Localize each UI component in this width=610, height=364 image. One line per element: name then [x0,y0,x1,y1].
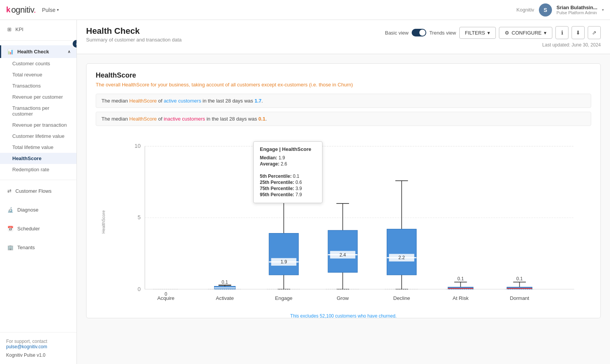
sidebar-item-customer-flows[interactable]: ⇄ Customer Flows [0,185,76,197]
divider-2 [0,180,76,180]
content-area: HealthScore The overall HealthScore for … [77,54,610,328]
sidebar-item-tenants[interactable]: 🏢 Tenants [0,241,76,254]
sidebar-kpi-label: KPI [15,26,23,32]
product-name[interactable]: Pulse ▾ [42,7,59,13]
inactive-customers-link[interactable]: inactive customers [164,116,205,122]
diagnose-section: 🔬 Diagnose [0,200,76,219]
inactive-hs-link[interactable]: HealthScore [129,116,157,122]
tenants-section: 🏢 Tenants [0,238,76,257]
flows-icon: ⇄ [7,188,12,194]
svg-text:2.4: 2.4 [339,252,346,258]
basic-view-label: Basic view [385,30,408,36]
scheduler-section: 📅 Scheduler [0,219,76,238]
scheduler-icon: 📅 [7,226,13,232]
support-prefix: For support, contact [6,339,47,344]
active-hs-value: 1.7 [254,98,261,104]
chart-y-label: HealthScore [101,210,106,234]
header-actions-row: Basic view Trends view FILTERS ▾ ⚙ CONFI… [385,26,601,39]
tenants-label: Tenants [17,245,35,250]
svg-text:Activate: Activate [216,295,234,301]
top-navigation: k ognitiv. Pulse ▾ Kognitiv S Srian Bula… [0,0,610,20]
page-header: Health Check Summary of customer and tra… [77,20,610,54]
active-customers-info: The median HealthScore of active custome… [96,94,591,108]
healthscore-description: The overall HealthScore for your busines… [96,82,591,88]
svg-text:0.1: 0.1 [516,276,523,281]
scheduler-label: Scheduler [17,226,40,232]
active-of: of [157,98,164,104]
avatar: S [539,3,552,17]
svg-text:5: 5 [138,214,141,220]
logo-area[interactable]: k ognitiv. Pulse ▾ [6,5,59,15]
health-check-icon: 📊 [7,49,13,55]
user-role: Pulse Platform Admin [557,10,597,15]
sidebar-item-transactions-per-customer[interactable]: Transactions per customer [0,103,76,119]
sidebar-item-total-revenue[interactable]: Total revenue [0,69,76,80]
inactive-of: of [157,116,164,122]
sidebar-item-customer-lifetime-value[interactable]: Customer lifetime value [0,131,76,142]
svg-text:2.2: 2.2 [399,255,405,260]
sidebar-item-health-check[interactable]: 📊 Health Check ∧ [0,45,76,58]
active-hs-link[interactable]: HealthScore [129,98,157,104]
inactive-customers-info: The median HealthScore of inactive custo… [96,112,591,126]
last-updated: Last updated: June 30, 2024 [542,42,601,48]
user-menu-chevron[interactable]: ▾ [602,8,604,12]
sidebar-item-total-lifetime-value[interactable]: Total lifetime value [0,142,76,153]
info-button[interactable]: ℹ [555,26,568,39]
chart-footer-note: This excludes 52,100 customers who have … [96,313,591,319]
page-subtitle: Summary of customer and transaction data [86,37,182,43]
sidebar-item-kpi[interactable]: ⊞ KPI [0,23,76,36]
sidebar-item-diagnose[interactable]: 🔬 Diagnose [0,204,76,216]
configure-chevron-icon: ▾ [544,30,547,36]
inactive-info-prefix: The median [101,116,129,122]
active-info-prefix: The median [101,98,129,104]
support-text: For support, contact pulse@kognitiv.com [6,339,70,349]
sidebar-item-revenue-per-customer[interactable]: Revenue per customer [0,91,76,103]
filters-button[interactable]: FILTERS ▾ [459,27,496,39]
page-title-section: Health Check Summary of customer and tra… [86,26,182,43]
sidebar-item-healthscore[interactable]: HealthScore [0,153,76,164]
sidebar-item-revenue-per-transaction[interactable]: Revenue per transaction [0,119,76,131]
svg-text:At Risk: At Risk [452,295,469,301]
sidebar-item-customer-counts[interactable]: Customer counts [0,58,76,69]
box-plot-chart: 0 5 10 Acquire 0 [111,134,591,310]
logo-text: ognitiv. [11,5,36,15]
chart-inner: 0 5 10 Acquire 0 [111,134,591,310]
page-title: Health Check [86,26,182,36]
customer-flows-section: ⇄ Customer Flows [0,182,76,200]
inactive-suffix: in the last 28 days was [205,116,259,122]
gear-icon: ⚙ [505,30,509,36]
download-button[interactable]: ⬇ [572,26,585,39]
diagnose-icon: 🔬 [7,207,13,213]
svg-rect-42 [387,229,417,275]
sidebar-item-scheduler[interactable]: 📅 Scheduler [0,222,76,235]
support-email[interactable]: pulse@kognitiv.com [6,344,47,349]
nav-right: Kognitiv S Srian Bulathsin... Pulse Plat… [517,3,604,17]
app-layout: ‹ ⊞ KPI 📊 Health Check ∧ Customer counts… [0,20,610,364]
sidebar-item-redemption-rate[interactable]: Redemption rate [0,164,76,175]
version-label: Kognitiv Pulse v1.0 [6,352,70,358]
grid-icon: ⊞ [7,26,12,32]
configure-button[interactable]: ⚙ CONFIGURE ▾ [499,27,552,39]
user-info: Srian Bulathsin... Pulse Platform Admin [557,5,597,15]
svg-text:Engage: Engage [275,295,293,301]
svg-text:1.9: 1.9 [281,259,287,265]
chart-wrapper: HealthScore 0 5 [96,134,591,310]
user-name: Srian Bulathsin... [557,5,597,10]
view-toggle-switch[interactable] [412,29,426,36]
header-right-col: Basic view Trends view FILTERS ▾ ⚙ CONFI… [385,26,601,48]
sidebar-kpi-section: ⊞ KPI [0,20,76,39]
svg-text:0: 0 [165,291,167,297]
active-suffix: in the last 28 days was [201,98,254,104]
active-customers-link[interactable]: active customers [164,98,201,104]
svg-text:Decline: Decline [393,295,410,301]
logo: k ognitiv. [6,5,36,15]
svg-text:0: 0 [138,286,141,292]
kognitiv-label: Kognitiv [517,7,534,13]
share-button[interactable]: ⇗ [588,26,601,39]
tenants-icon: 🏢 [7,245,13,250]
svg-text:10: 10 [135,143,141,149]
svg-text:0.1: 0.1 [222,280,228,285]
sidebar-item-transactions[interactable]: Transactions [0,80,76,91]
svg-text:Dormant: Dormant [510,295,529,301]
healthscore-card: HealthScore The overall HealthScore for … [86,63,601,318]
